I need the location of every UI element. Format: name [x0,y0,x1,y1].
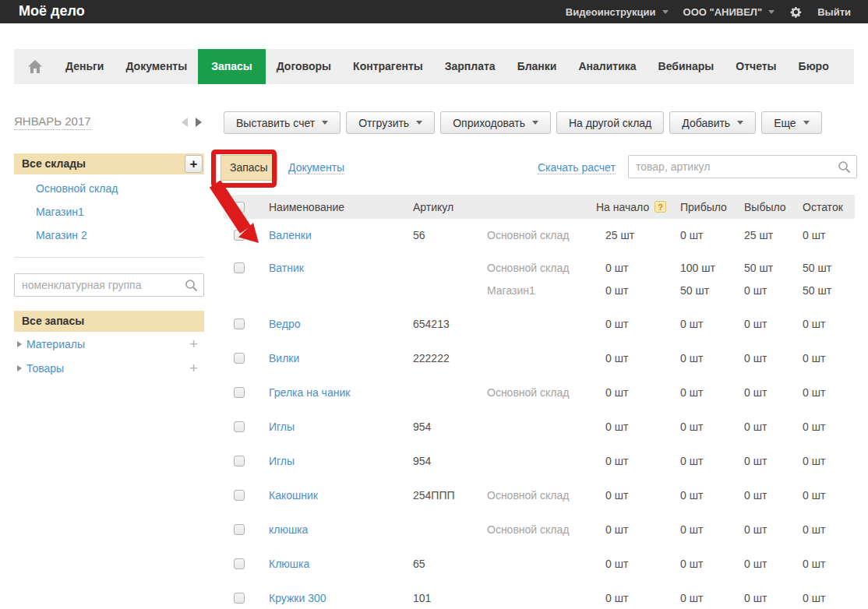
nav-tab[interactable]: Бланки [506,49,568,84]
item-name-link[interactable]: Иглы [269,421,295,433]
help-icon[interactable]: ? [655,201,666,213]
home-button[interactable] [14,49,55,84]
qty-start: 0 шт [605,455,628,467]
row-checkbox[interactable] [234,524,245,535]
qty-rest: 0 шт [803,489,825,502]
nav-tab[interactable]: Контрагенты [342,49,434,84]
warehouse-link[interactable]: Основной склад [36,182,118,195]
nav-tab[interactable]: Отчеты [725,49,787,84]
item-name-link[interactable]: Ватник [269,262,304,274]
row-checkbox[interactable] [234,421,245,432]
nav-tab[interactable]: Деньги [55,49,115,84]
row-checkbox[interactable] [234,262,245,273]
item-name-link[interactable]: Вилки [269,352,299,364]
download-calculation-link[interactable]: Скачать расчет [538,161,616,174]
logout-button[interactable]: Выйти [817,6,851,18]
row-checkbox[interactable] [234,456,245,466]
item-name-link[interactable]: Иглы [269,455,295,467]
item-name-link[interactable]: клюшка [269,523,308,536]
item-name-link[interactable]: Клюшка [269,558,309,570]
settings-button[interactable] [789,5,803,19]
qty-rest: 0 шт [803,318,825,330]
row-checkbox[interactable] [234,558,245,569]
nav-tab[interactable]: Зарплата [434,49,506,84]
qty-start: 0 шт [605,592,628,604]
col-start: На начало? [596,201,666,213]
app-logo[interactable]: Моё дело [19,3,85,19]
chevron-down-icon [532,121,538,125]
qty-out: 0 шт [744,421,767,433]
product-search[interactable] [628,155,857,178]
table-row: Валенки56Основной склад25 шт0 шт25 шт0 ш… [224,219,855,253]
add-warehouse-button[interactable]: + [185,155,203,173]
qty-out: 0 шт [744,284,767,297]
nav-tab[interactable]: Запасы [198,49,266,84]
row-checkbox[interactable] [234,319,245,329]
tab-stocks[interactable]: Запасы [221,155,277,181]
tree-label[interactable]: Материалы [26,338,85,350]
row-checkbox[interactable] [234,490,245,501]
item-name-link[interactable]: Какошник [269,489,318,502]
warehouse-link[interactable]: Магазин 2 [36,229,87,241]
row-checkbox[interactable] [234,387,245,398]
qty-start: 0 шт [605,386,628,399]
qty-start: 0 шт [605,558,628,570]
table-row: Иглы9540 шт0 шт0 шт0 шт [224,445,855,479]
item-name-link[interactable]: Ведро [269,318,301,330]
col-name: Наименование [269,201,344,213]
toolbar-button[interactable]: Еще [761,111,822,134]
qty-out: 0 шт [744,318,767,330]
qty-start: 25 шт [605,229,634,241]
table-row: Ведро6542130 шт0 шт0 шт0 шт [224,308,855,342]
select-all-checkbox[interactable] [234,202,245,213]
tree-item[interactable]: Материалы+ [14,338,204,350]
table-row: ВатникОсновной склад0 шт100 шт50 шт50 шт… [224,253,855,308]
table-row: Иглы9540 шт0 шт0 шт0 шт [224,410,855,445]
toolbar-button[interactable]: На другой склад [556,111,664,134]
search-icon [185,279,198,292]
qty-rest: 50 шт [803,284,831,297]
period-next-icon[interactable] [196,118,202,127]
toolbar-button[interactable]: Оприходовать [440,111,551,134]
period-prev-icon[interactable] [182,118,188,127]
warehouses-header[interactable]: Все склады + [14,153,204,174]
period-selector[interactable]: ЯНВАРЬ 2017 [14,114,91,130]
row-checkbox[interactable] [234,593,245,604]
all-stocks-header[interactable]: Все запасы [14,311,204,332]
tree-label[interactable]: Товары [26,362,64,375]
topbar-menu: Видеоинструкции ООО "АНИВЕЛ" Выйти [566,0,851,23]
toolbar-button[interactable]: Выставить счет [224,111,340,134]
expand-icon[interactable] [17,341,22,347]
toolbar-button[interactable]: Отгрузить [346,111,435,134]
nav-tab[interactable]: Документы [115,49,198,84]
tree-item[interactable]: Товары+ [14,362,204,375]
warehouse-name: Основной склад [487,262,569,274]
row-checkbox[interactable] [234,230,245,241]
row-checkbox[interactable] [234,353,245,364]
tab-documents[interactable]: Документы [288,161,344,174]
nomenclature-search[interactable] [14,273,204,297]
nomenclature-search-input[interactable] [22,274,178,296]
nav-tab[interactable]: Договоры [266,49,342,84]
expand-icon[interactable] [17,365,22,371]
company-menu[interactable]: ООО "АНИВЕЛ" [683,6,775,18]
item-sku: 65 [413,558,425,570]
product-search-input[interactable] [636,156,831,178]
toolbar-button[interactable]: Добавить [669,111,756,134]
qty-in: 0 шт [680,489,703,502]
nav-tab[interactable]: Бюро [788,49,840,84]
warehouse-link[interactable]: Магазин1 [36,206,84,218]
qty-in: 0 шт [680,558,703,570]
nav-tab[interactable]: Вебинары [647,49,725,84]
warehouse-name: Основной склад [487,489,569,502]
add-icon[interactable]: + [189,336,198,353]
add-icon[interactable]: + [189,360,198,377]
nav-tabs: ДеньгиДокументыЗапасыДоговорыКонтрагенты… [55,49,840,84]
item-name-link[interactable]: Валенки [269,229,312,241]
qty-out: 0 шт [744,386,767,399]
nav-tab[interactable]: Аналитика [567,49,647,84]
item-sku: 222222 [413,352,450,364]
video-instructions-menu[interactable]: Видеоинструкции [566,6,669,18]
item-name-link[interactable]: Грелка на чаник [269,386,350,399]
item-name-link[interactable]: Кружки 300 [269,592,326,604]
